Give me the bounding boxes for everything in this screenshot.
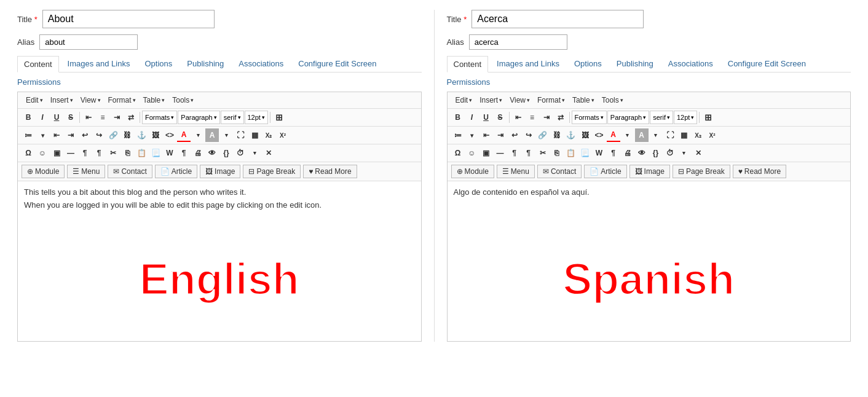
- left-menu-format[interactable]: Format ▾: [105, 95, 139, 106]
- left-undo-btn[interactable]: ↩: [78, 128, 92, 142]
- right-redo-btn[interactable]: ↪: [522, 128, 535, 142]
- left-image-action-btn[interactable]: 🖼 Image: [200, 165, 240, 178]
- right-font-btn[interactable]: serif ▾: [650, 111, 673, 124]
- right-align-left-btn[interactable]: ⇤: [511, 111, 525, 124]
- right-image-action-btn[interactable]: 🖼 Image: [629, 165, 670, 178]
- left-font-btn[interactable]: serif ▾: [221, 111, 244, 124]
- right-title-input[interactable]: [471, 10, 644, 28]
- right-tab-images[interactable]: Images and Links: [491, 56, 566, 72]
- left-pasteword-btn[interactable]: W: [163, 146, 176, 160]
- right-pasteword-btn[interactable]: W: [593, 146, 606, 160]
- left-print-btn[interactable]: 🖨: [191, 146, 205, 160]
- right-table-icon-btn[interactable]: ⊞: [701, 111, 715, 124]
- right-fullscreen-btn[interactable]: ⛶: [663, 128, 677, 142]
- right-anchor-btn[interactable]: ⚓: [564, 128, 578, 142]
- right-codesample-btn[interactable]: {}: [649, 146, 663, 160]
- right-alias-input[interactable]: [469, 34, 567, 50]
- left-align-right-btn[interactable]: ⇥: [110, 111, 124, 124]
- left-outdent-btn[interactable]: ⇤: [50, 128, 63, 142]
- left-media-btn[interactable]: ▣: [50, 146, 63, 160]
- left-preview-btn[interactable]: 👁: [205, 146, 219, 160]
- left-permissions-link[interactable]: Permissions: [17, 77, 61, 87]
- left-highlight-arrow[interactable]: ▾: [219, 128, 233, 142]
- left-paste-btn[interactable]: 📋: [135, 146, 148, 160]
- left-contact-btn[interactable]: ✉ Contact: [108, 165, 152, 178]
- right-superscript-btn[interactable]: X²: [706, 128, 719, 142]
- right-align-center-btn[interactable]: ≡: [526, 111, 539, 124]
- right-print-btn[interactable]: 🖨: [621, 146, 634, 160]
- left-highlight-btn[interactable]: A: [205, 128, 219, 142]
- right-contact-btn[interactable]: ✉ Contact: [537, 165, 582, 178]
- left-align-center-btn[interactable]: ≡: [96, 111, 109, 124]
- left-pilcrow-btn[interactable]: ¶: [78, 146, 92, 160]
- right-preview-btn[interactable]: 👁: [635, 146, 649, 160]
- left-anchor-btn[interactable]: ⚓: [135, 128, 148, 142]
- right-emoji-btn[interactable]: ☺: [465, 146, 479, 160]
- left-image-btn[interactable]: 🖼: [149, 128, 162, 142]
- right-image-btn[interactable]: 🖼: [578, 128, 592, 142]
- right-permissions-link[interactable]: Permissions: [447, 77, 491, 87]
- right-clearformat-btn[interactable]: ✕: [692, 146, 705, 160]
- left-superscript-btn[interactable]: X²: [276, 128, 290, 142]
- left-omega-btn[interactable]: Ω: [22, 146, 35, 160]
- left-table2-btn[interactable]: ▦: [248, 128, 261, 142]
- left-menu-insert[interactable]: Insert ▾: [47, 95, 76, 106]
- right-timer-btn[interactable]: ⏱: [663, 146, 677, 160]
- left-unlink-btn[interactable]: ⛓: [120, 128, 134, 142]
- left-pastetext-btn[interactable]: 📃: [149, 146, 162, 160]
- left-menu-tools[interactable]: Tools ▾: [169, 95, 197, 106]
- left-italic-btn[interactable]: I: [36, 111, 49, 124]
- right-menu-view[interactable]: View ▾: [507, 95, 533, 106]
- left-clearformat-btn[interactable]: ✕: [262, 146, 275, 160]
- right-highlight-arrow[interactable]: ▾: [649, 128, 663, 142]
- right-formats-btn[interactable]: Formats ▾: [572, 111, 607, 124]
- right-italic-btn[interactable]: I: [465, 111, 479, 124]
- right-highlight-btn[interactable]: A: [635, 128, 649, 142]
- left-tab-options[interactable]: Options: [138, 56, 178, 72]
- right-underline-btn[interactable]: U: [479, 111, 493, 124]
- left-rtl-btn[interactable]: ¶: [92, 146, 106, 160]
- left-menu-view[interactable]: View ▾: [77, 95, 104, 106]
- right-cut-btn[interactable]: ✂: [536, 146, 550, 160]
- right-justify-btn[interactable]: ⇄: [554, 111, 567, 124]
- right-menu-tools[interactable]: Tools ▾: [599, 95, 626, 106]
- left-fullscreen-btn[interactable]: ⛶: [234, 128, 247, 142]
- left-module-btn[interactable]: ⊕ Module: [22, 165, 65, 178]
- left-formats-btn[interactable]: Formats ▾: [142, 111, 177, 124]
- left-strike-btn[interactable]: S: [64, 111, 77, 124]
- right-menu-btn[interactable]: ☰ Menu: [497, 165, 535, 178]
- right-ul-btn[interactable]: ≔: [451, 128, 465, 142]
- right-readmore-btn[interactable]: ♥ Read More: [733, 165, 787, 178]
- right-article-btn[interactable]: 📄 Article: [584, 165, 626, 178]
- right-menu-table[interactable]: Table ▾: [569, 95, 598, 106]
- right-fontcolor-btn[interactable]: A: [607, 128, 620, 142]
- left-alias-input[interactable]: [39, 34, 138, 50]
- left-ol-btn[interactable]: ▾: [36, 128, 49, 142]
- right-ol-btn[interactable]: ▾: [465, 128, 479, 142]
- right-fontcolor-arrow[interactable]: ▾: [621, 128, 634, 142]
- left-menu-edit[interactable]: Edit ▾: [23, 95, 46, 106]
- right-unlink-btn[interactable]: ⛓: [550, 128, 564, 142]
- right-tab-associations[interactable]: Associations: [662, 56, 719, 72]
- left-cut-btn[interactable]: ✂: [106, 146, 120, 160]
- left-underline-btn[interactable]: U: [50, 111, 63, 124]
- left-size-btn[interactable]: 12pt ▾: [245, 111, 268, 124]
- right-more-btn[interactable]: ▾: [677, 146, 691, 160]
- left-table-icon-btn[interactable]: ⊞: [272, 111, 286, 124]
- right-menu-edit[interactable]: Edit ▾: [452, 95, 476, 106]
- left-subscript-btn[interactable]: X₂: [262, 128, 275, 142]
- left-paragraph-btn[interactable]: Paragraph ▾: [178, 111, 219, 124]
- right-tab-configure[interactable]: Configure Edit Screen: [722, 56, 812, 72]
- right-strike-btn[interactable]: S: [494, 111, 507, 124]
- right-indent-btn[interactable]: ⇥: [494, 128, 507, 142]
- left-hr-btn[interactable]: —: [64, 146, 77, 160]
- right-tab-content[interactable]: Content: [447, 56, 489, 73]
- right-table2-btn[interactable]: ▦: [677, 128, 691, 142]
- right-module-btn[interactable]: ⊕ Module: [451, 165, 494, 178]
- left-align-left-btn[interactable]: ⇤: [82, 111, 95, 124]
- right-bold-btn[interactable]: B: [451, 111, 465, 124]
- right-omega-btn[interactable]: Ω: [451, 146, 465, 160]
- left-fontcolor-arrow[interactable]: ▾: [191, 128, 205, 142]
- right-tab-publishing[interactable]: Publishing: [610, 56, 660, 72]
- left-menu-btn[interactable]: ☰ Menu: [67, 165, 105, 178]
